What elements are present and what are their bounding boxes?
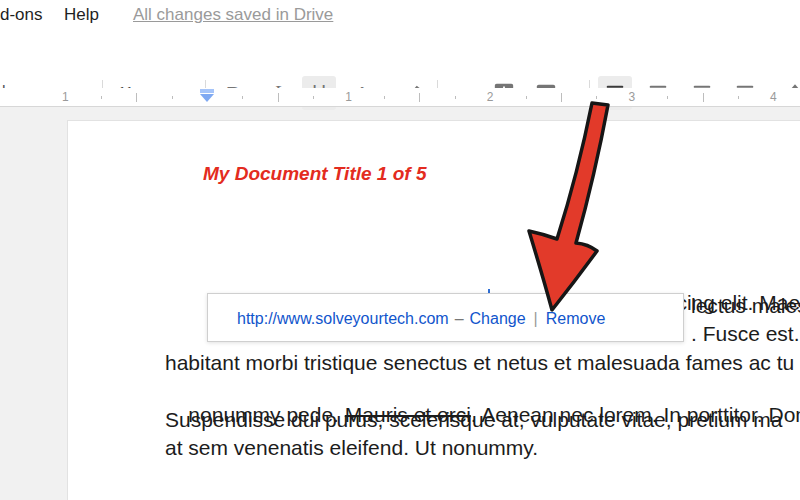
ruler-inch-label: 1 bbox=[62, 90, 69, 104]
text-line-3-fragment[interactable]: . Fusce est. Viv bbox=[691, 322, 800, 346]
ruler[interactable]: 11234 bbox=[0, 88, 800, 107]
bubble-dash: – bbox=[455, 310, 464, 327]
ruler-tick bbox=[313, 96, 314, 99]
ruler-tick bbox=[101, 96, 102, 99]
ruler-inch-label: 2 bbox=[487, 90, 494, 104]
text-line-6[interactable]: Suspendisse dui purus, scelerisque at, v… bbox=[165, 408, 783, 432]
menu-addons[interactable]: d-ons bbox=[0, 5, 43, 25]
link-bubble: http://www.solveyourtech.com–Change|Remo… bbox=[207, 293, 684, 342]
saved-status-link[interactable]: All changes saved in Drive bbox=[133, 5, 333, 25]
bubble-pipe: | bbox=[534, 310, 538, 327]
text-line-4[interactable]: habitant morbi tristique senectus et net… bbox=[165, 351, 794, 375]
ruler-tick bbox=[419, 93, 420, 102]
text-line-7[interactable]: at sem venenatis eleifend. Ut nonummy. bbox=[165, 436, 538, 460]
ruler-inch-label: 1 bbox=[345, 90, 352, 104]
google-docs-window: d-ons Help All changes saved in Drive l … bbox=[0, 0, 800, 500]
document-title-text: My Document Title 1 of 5 bbox=[203, 163, 426, 185]
menu-bar: d-ons Help All changes saved in Drive bbox=[0, 0, 800, 30]
ruler-tick bbox=[667, 96, 668, 99]
ruler-tick bbox=[172, 96, 173, 99]
bubble-change-link[interactable]: Change bbox=[470, 310, 526, 327]
ruler-inch-label: 4 bbox=[770, 90, 777, 104]
ruler-tick bbox=[384, 96, 385, 99]
ruler-tick bbox=[526, 96, 527, 99]
ruler-tick bbox=[455, 96, 456, 99]
ruler-tick bbox=[242, 96, 243, 99]
ruler-tick bbox=[596, 96, 597, 99]
bubble-remove-link[interactable]: Remove bbox=[546, 310, 606, 327]
bubble-url-link[interactable]: http://www.solveyourtech.com bbox=[237, 310, 449, 327]
ruler-tick bbox=[136, 93, 137, 102]
menu-help[interactable]: Help bbox=[64, 5, 99, 25]
ruler-tick bbox=[278, 93, 279, 102]
ruler-tick bbox=[738, 96, 739, 99]
first-line-indent-marker[interactable] bbox=[200, 89, 214, 93]
toolbar: l 11 B I U A bbox=[0, 30, 800, 88]
ruler-inch-label: 3 bbox=[628, 90, 635, 104]
left-indent-marker[interactable] bbox=[200, 94, 214, 102]
ruler-tick bbox=[703, 93, 704, 102]
text-line-2-fragment[interactable]: lectus malesua bbox=[691, 294, 800, 318]
ruler-tick bbox=[561, 93, 562, 102]
